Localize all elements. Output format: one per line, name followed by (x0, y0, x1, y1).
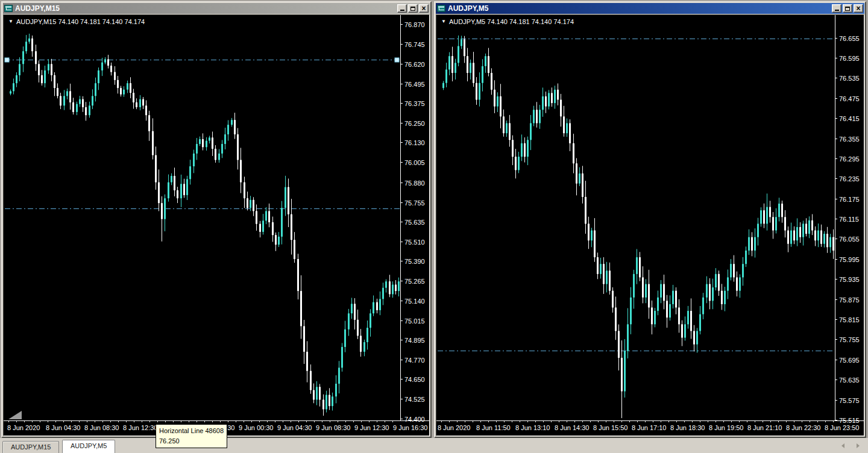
window-title: AUDJPY,M5 (448, 4, 829, 13)
time-tick-label: 9 Jun 16:30 (393, 424, 428, 431)
tooltip-object-name: Horizontal Line 48608 (159, 426, 224, 436)
caret-down-icon: ▼ (8, 19, 13, 24)
chart-window-m15: AUDJPY,M15 × 76.87076.74576.62076.49576.… (1, 1, 432, 438)
titlebar[interactable]: AUDJPY,M5 × (436, 3, 864, 14)
scroll-shift-marker (8, 411, 22, 419)
legend-text: AUDJPY,M5 74.140 74.181 74.140 74.174 (449, 18, 574, 25)
time-tick-label: 8 Jun 23:50 (825, 424, 860, 431)
time-tick-label: 9 Jun 08:30 (316, 424, 351, 431)
price-tick-label: 75.575 (839, 397, 860, 404)
price-tick-label: 75.635 (404, 219, 425, 226)
chart-window-icon (437, 5, 445, 12)
minimize-icon (835, 5, 839, 11)
time-tick-label: 8 Jun 04:30 (46, 424, 81, 431)
time-tick-label: 8 Jun 08:30 (84, 424, 119, 431)
price-tick-label: 76.005 (404, 159, 425, 166)
time-tick-label: 8 Jun 14:30 (555, 424, 590, 431)
price-tick-label: 74.525 (404, 396, 425, 403)
price-tick-label: 76.355 (839, 136, 860, 143)
chart-canvas-m5[interactable]: 76.65576.59576.53576.47576.41576.35576.2… (436, 14, 864, 436)
price-tick-label: 76.375 (404, 100, 425, 107)
candlestick-chart-m15[interactable]: 76.87076.74576.62076.49576.37576.25076.1… (4, 15, 429, 436)
candlestick-series (442, 36, 834, 418)
price-tick-label: 75.515 (839, 417, 860, 424)
price-tick-label: 75.635 (839, 376, 860, 384)
price-tick-label: 76.535 (839, 75, 860, 82)
minimize-button[interactable] (397, 4, 407, 13)
titlebar[interactable]: AUDJPY,M15 × (3, 3, 430, 14)
time-tick-label: 8 Jun 2020 (438, 424, 470, 431)
maximize-icon (410, 7, 415, 11)
price-tick-label: 75.995 (839, 256, 860, 263)
minimize-button[interactable] (832, 4, 841, 13)
tooltip-object-value: 76.250 (159, 436, 224, 446)
scroll-left-arrow-icon[interactable] (841, 443, 844, 448)
price-tick-label: 75.695 (839, 357, 860, 364)
chart-canvas-m15[interactable]: 76.87076.74576.62076.49576.37576.25076.1… (3, 14, 430, 436)
maximize-icon (845, 7, 850, 11)
scroll-right-arrow-icon[interactable] (857, 443, 860, 448)
tab-audjpy-m15[interactable]: AUDJPY,M15 (2, 441, 59, 453)
window-title: AUDJPY,M15 (15, 4, 395, 13)
price-tick-label: 76.870 (404, 21, 425, 28)
price-tick-label: 75.390 (404, 258, 425, 265)
price-tick-label: 76.745 (404, 41, 425, 48)
price-tick-label: 76.595 (839, 55, 860, 62)
price-tick-label: 74.770 (404, 357, 425, 364)
price-tick-label: 76.655 (839, 35, 860, 42)
price-tick-label: 76.175 (839, 196, 860, 203)
price-tick-label: 76.415 (839, 115, 860, 122)
price-tick-label: 76.250 (404, 120, 425, 127)
price-tick-label: 76.495 (404, 81, 425, 88)
line-handle[interactable] (5, 58, 9, 62)
close-button[interactable]: × (419, 4, 429, 13)
close-button[interactable]: × (854, 4, 863, 13)
price-tick-label: 75.015 (404, 317, 425, 325)
maximize-button[interactable] (408, 4, 418, 13)
candlestick-chart-m5[interactable]: 76.65576.59576.53576.47576.41576.35576.2… (436, 15, 864, 436)
price-tick-label: 75.815 (839, 316, 860, 323)
time-tick-label: 9 Jun 12:30 (354, 424, 389, 431)
price-tick-label: 75.935 (839, 276, 860, 283)
mdi-workspace: AUDJPY,M15 × 76.87076.74576.62076.49576.… (0, 0, 868, 453)
legend-text: AUDJPY,M15 74.140 74.181 74.140 74.174 (16, 18, 145, 25)
axes (4, 15, 429, 422)
line-handle[interactable] (395, 58, 399, 62)
price-tick-label: 76.295 (839, 155, 860, 163)
chart-window-icon (4, 5, 13, 12)
time-tick-label: 9 Jun 04:30 (277, 424, 312, 431)
price-tick-label: 74.650 (404, 376, 425, 383)
chart-legend: ▼ AUDJPY,M5 74.140 74.181 74.140 74.174 (441, 18, 574, 25)
time-tick-label: 8 Jun 11:50 (476, 424, 511, 431)
maximize-button[interactable] (843, 4, 852, 13)
close-icon: × (856, 5, 860, 11)
chart-legend: ▼ AUDJPY,M15 74.140 74.181 74.140 74.174 (8, 18, 145, 25)
price-tick-label: 76.475 (839, 95, 860, 102)
object-tooltip: Horizontal Line 48608 76.250 (156, 424, 227, 448)
price-tick-label: 76.130 (404, 139, 425, 146)
price-tick-label: 74.895 (404, 337, 425, 344)
price-tick-label: 76.115 (839, 216, 859, 223)
price-tick-label: 75.755 (404, 199, 425, 207)
price-tick-label: 76.235 (839, 175, 860, 183)
price-tick-label: 75.755 (839, 336, 860, 343)
price-tick-label: 76.620 (404, 61, 425, 68)
price-tick-label: 74.400 (404, 416, 425, 423)
time-tick-label: 8 Jun 18:30 (670, 424, 705, 431)
time-tick-label: 8 Jun 12:30 (123, 424, 158, 431)
minimize-icon (400, 5, 404, 11)
price-tick-label: 75.880 (404, 180, 425, 187)
price-tick-label: 75.875 (839, 296, 860, 304)
price-tick-label: 75.510 (404, 239, 425, 246)
price-tick-label: 76.055 (839, 236, 860, 243)
caret-down-icon: ▼ (441, 19, 446, 24)
candlestick-series (10, 34, 400, 416)
axes (436, 15, 864, 422)
chart-tab-bar: AUDJPY,M15 AUDJPY,M5 (0, 438, 868, 453)
time-tick-label: 8 Jun 13:10 (515, 424, 550, 431)
chart-window-m5: AUDJPY,M5 × 76.65576.59576.53576.47576.4… (434, 1, 866, 438)
time-tick-label: 8 Jun 2020 (7, 424, 40, 431)
time-tick-label: 9 Jun 00:30 (239, 424, 274, 431)
tab-audjpy-m5[interactable]: AUDJPY,M5 (62, 440, 115, 453)
time-tick-label: 8 Jun 19:50 (709, 424, 744, 431)
